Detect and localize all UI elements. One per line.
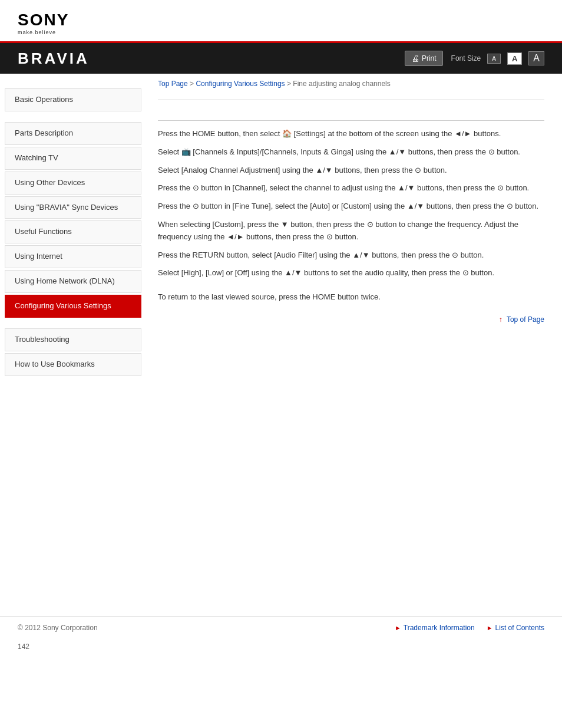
sidebar-item-how-to-use-bookmarks[interactable]: How to Use Bookmarks: [5, 353, 141, 376]
step-2: Select 📺 [Channels & Inputs]/[Channels, …: [158, 146, 544, 159]
return-note: To return to the last viewed source, pre…: [158, 291, 544, 304]
breadcrumb-current: Fine adjusting analog channels: [293, 80, 390, 88]
sony-tagline: make.believe: [18, 29, 56, 35]
print-button[interactable]: 🖨 Print: [405, 51, 443, 66]
print-label: Print: [422, 54, 437, 62]
breadcrumb-configuring[interactable]: Configuring Various Settings: [196, 80, 285, 88]
page-number: 142: [0, 639, 562, 654]
divider-content-top: [158, 120, 544, 121]
sidebar-item-basic-operations[interactable]: Basic Operations: [5, 88, 141, 111]
sidebar-item-troubleshooting[interactable]: Troubleshooting: [5, 328, 141, 351]
step-7: Press the RETURN button, select [Audio F…: [158, 249, 544, 262]
print-icon: 🖨: [411, 54, 419, 63]
nav-controls: 🖨 Print Font Size A A A: [405, 51, 544, 66]
sidebar-item-using-home-network[interactable]: Using Home Network (DLNA): [5, 270, 141, 293]
step-5: Press the ⊙ button in [Fine Tune], selec…: [158, 200, 544, 213]
font-size-small-button[interactable]: A: [487, 54, 501, 64]
footer: © 2012 Sony Corporation ► Trademark Info…: [0, 616, 562, 639]
list-of-contents-link-item: ► List of Contents: [487, 624, 544, 632]
sidebar-item-useful-functions[interactable]: Useful Functions: [5, 220, 141, 243]
sidebar: Basic Operations Parts Description Watch…: [0, 74, 146, 604]
sony-logo: SONY make.believe: [18, 11, 69, 35]
content-body: Press the HOME button, then select 🏠 [Se…: [158, 107, 544, 335]
step-3: Select [Analog Channel Adjustment] using…: [158, 164, 544, 177]
list-of-contents-link[interactable]: List of Contents: [495, 624, 544, 632]
sidebar-item-watching-tv[interactable]: Watching TV: [5, 147, 141, 170]
layout: Basic Operations Parts Description Watch…: [0, 74, 562, 604]
trademark-link-item: ► Trademark Information: [395, 624, 475, 632]
font-size-medium-button[interactable]: A: [507, 52, 522, 65]
footer-copyright: © 2012 Sony Corporation: [18, 624, 98, 632]
sidebar-item-configuring-various-settings[interactable]: Configuring Various Settings: [5, 295, 141, 318]
sidebar-item-using-bravia-sync[interactable]: Using "BRAVIA" Sync Devices: [5, 196, 141, 219]
breadcrumb: Top Page > Configuring Various Settings …: [158, 80, 544, 93]
nav-bar: BRAVIA 🖨 Print Font Size A A A: [0, 43, 562, 74]
sidebar-item-using-internet[interactable]: Using Internet: [5, 245, 141, 268]
font-size-large-button[interactable]: A: [528, 51, 544, 65]
step-4: Press the ⊙ button in [Channel], select …: [158, 182, 544, 195]
step-1: Press the HOME button, then select 🏠 [Se…: [158, 128, 544, 140]
step-8: Select [High], [Low] or [Off] using the …: [158, 267, 544, 279]
trademark-link[interactable]: Trademark Information: [404, 624, 475, 632]
sidebar-item-using-other-devices[interactable]: Using Other Devices: [5, 172, 141, 195]
bravia-title: BRAVIA: [18, 50, 405, 68]
top-of-page: ↑ Top of Page: [158, 315, 544, 324]
top-bar: SONY make.believe: [0, 0, 562, 43]
divider-top: [158, 100, 544, 100]
trademark-arrow-icon: ►: [395, 624, 401, 631]
list-of-contents-arrow-icon: ►: [487, 624, 493, 631]
sony-text: SONY: [18, 11, 69, 29]
footer-links: ► Trademark Information ► List of Conten…: [395, 624, 544, 632]
main-content: Top Page > Configuring Various Settings …: [146, 74, 562, 604]
top-of-page-link[interactable]: Top of Page: [507, 315, 544, 324]
sidebar-item-parts-description[interactable]: Parts Description: [5, 122, 141, 145]
font-size-label: Font Size: [451, 54, 481, 62]
breadcrumb-top-page[interactable]: Top Page: [158, 80, 188, 88]
step-6: When selecting [Custom], press the ▼ but…: [158, 219, 544, 243]
